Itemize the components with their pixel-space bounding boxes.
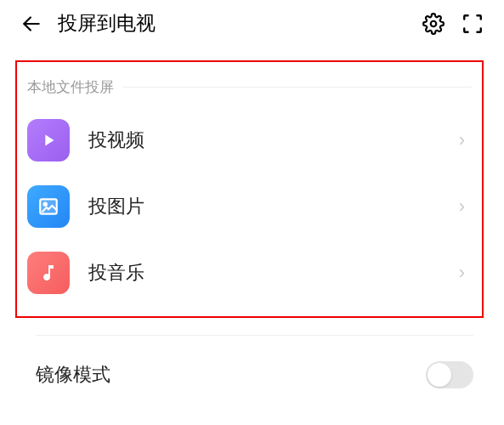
back-button[interactable]: [20, 13, 42, 35]
scan-button[interactable]: [462, 13, 484, 35]
section-header: 本地文件投屏: [27, 77, 472, 97]
page-title: 投屏到电视: [58, 10, 407, 37]
divider: [122, 87, 472, 88]
svg-point-3: [44, 203, 47, 206]
gear-icon: [422, 13, 445, 35]
mirror-mode-label: 镜像模式: [36, 362, 426, 388]
item-label: 投视频: [88, 128, 440, 153]
header: 投屏到电视: [0, 0, 504, 47]
item-label: 投音乐: [88, 260, 440, 286]
music-icon: [27, 252, 70, 294]
chevron-right-icon: ›: [459, 262, 468, 284]
cast-music-item[interactable]: 投音乐 ›: [27, 240, 472, 306]
mirror-mode-row: 镜像模式: [0, 336, 504, 399]
chevron-right-icon: ›: [459, 196, 468, 218]
settings-button[interactable]: [422, 13, 445, 35]
mirror-mode-toggle[interactable]: [426, 361, 473, 388]
cast-image-item[interactable]: 投图片 ›: [27, 173, 472, 240]
cast-video-item[interactable]: 投视频 ›: [27, 107, 472, 173]
item-label: 投图片: [88, 194, 440, 219]
arrow-left-icon: [20, 13, 42, 35]
section-title: 本地文件投屏: [27, 77, 114, 97]
image-icon: [27, 185, 70, 228]
header-actions: [422, 13, 484, 35]
local-cast-section: 本地文件投屏 投视频 › 投图片 › 投音乐 ›: [15, 60, 484, 318]
svg-point-1: [431, 20, 437, 26]
scan-icon: [462, 13, 484, 35]
video-icon: [27, 119, 70, 162]
toggle-knob: [428, 363, 451, 387]
chevron-right-icon: ›: [459, 129, 468, 151]
